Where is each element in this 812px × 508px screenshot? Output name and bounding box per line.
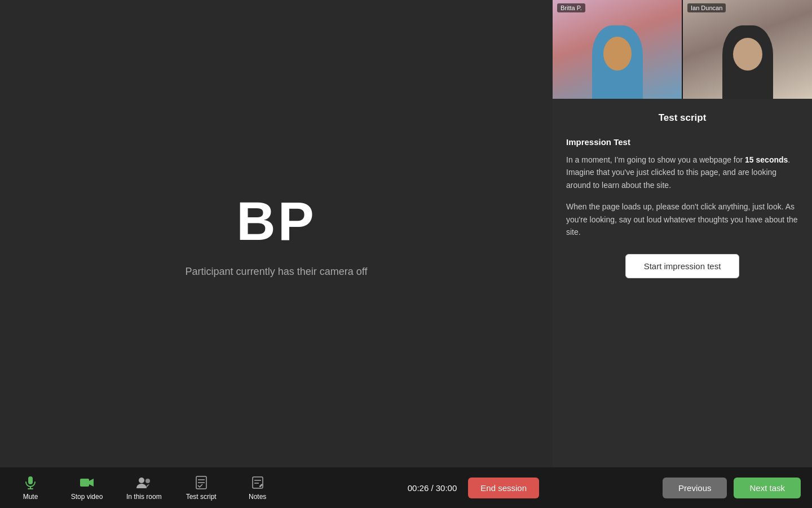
notes-button[interactable]: Notes	[241, 475, 275, 501]
thumbnail-britta: Britta P.	[553, 0, 682, 99]
script-body-2: When the page loads up, please don't cli…	[566, 200, 798, 238]
thumbnail-ian: Ian Duncan	[683, 0, 812, 99]
right-panel: Britta P. Ian Duncan Test script Impress…	[553, 0, 812, 508]
mute-icon	[23, 475, 38, 491]
script-panel: Test script Impression Test In a moment,…	[553, 99, 812, 467]
test-script-label: Test script	[186, 493, 217, 501]
next-task-button[interactable]: Next task	[734, 478, 801, 498]
notes-label: Notes	[249, 493, 266, 501]
thumbnails: Britta P. Ian Duncan	[553, 0, 812, 99]
participant-initials: BP	[236, 190, 316, 252]
toolbar-left: Mute Stop video	[14, 475, 275, 501]
notes-icon	[250, 475, 266, 491]
right-bottom-nav: Previous Next task	[553, 467, 812, 508]
svg-point-5	[145, 479, 150, 483]
main-layout: BP Participant currently has their camer…	[0, 0, 812, 508]
svg-rect-9	[253, 477, 263, 488]
script-title: Test script	[566, 112, 798, 124]
test-script-icon	[193, 475, 209, 491]
previous-button[interactable]: Previous	[663, 478, 727, 498]
video-main: BP Participant currently has their camer…	[0, 0, 553, 467]
video-area: BP Participant currently has their camer…	[0, 0, 553, 508]
stop-video-label: Stop video	[71, 493, 103, 501]
start-impression-button[interactable]: Start impression test	[625, 254, 740, 278]
mute-label: Mute	[23, 493, 38, 501]
in-this-room-button[interactable]: In this room	[126, 475, 162, 501]
mute-button[interactable]: Mute	[14, 475, 47, 501]
svg-point-4	[139, 478, 144, 483]
camera-off-text: Participant currently has their camera o…	[186, 266, 368, 278]
people-icon	[136, 475, 152, 491]
video-icon	[79, 475, 95, 491]
in-this-room-label: In this room	[126, 493, 162, 501]
timer-display: 00:26 / 30:00	[408, 483, 457, 493]
script-body-1: In a moment, I'm going to show you a web…	[566, 154, 798, 191]
script-section-title: Impression Test	[566, 137, 798, 147]
svg-rect-0	[28, 476, 33, 484]
script-body-1-text: In a moment, I'm going to show you a web…	[566, 155, 745, 164]
script-body-bold: 15 seconds	[745, 155, 788, 164]
toolbar: Mute Stop video	[0, 467, 553, 508]
end-session-button[interactable]: End session	[468, 478, 539, 498]
stop-video-button[interactable]: Stop video	[70, 475, 104, 501]
svg-rect-3	[80, 479, 89, 487]
ian-label: Ian Duncan	[687, 3, 726, 12]
test-script-button[interactable]: Test script	[184, 475, 218, 501]
britta-label: Britta P.	[557, 3, 585, 12]
